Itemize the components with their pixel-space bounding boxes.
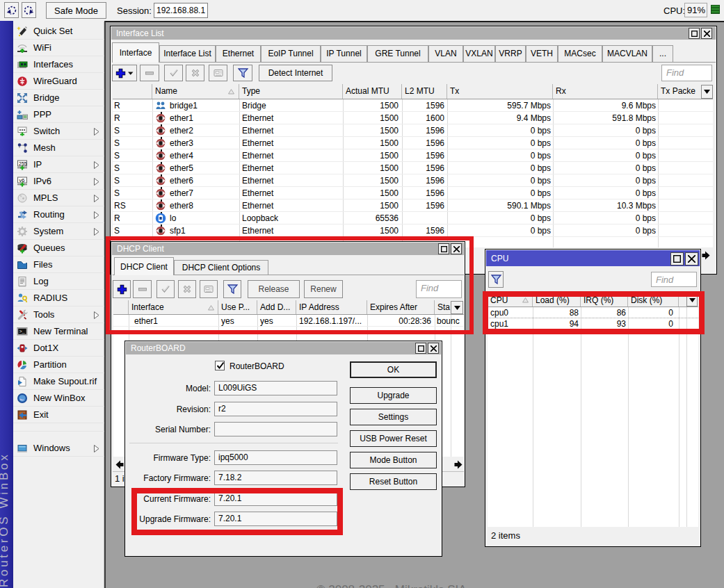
svg-text:v6: v6	[19, 177, 25, 183]
svg-text:>_: >_	[19, 329, 25, 334]
svg-text:255: 255	[19, 161, 27, 166]
